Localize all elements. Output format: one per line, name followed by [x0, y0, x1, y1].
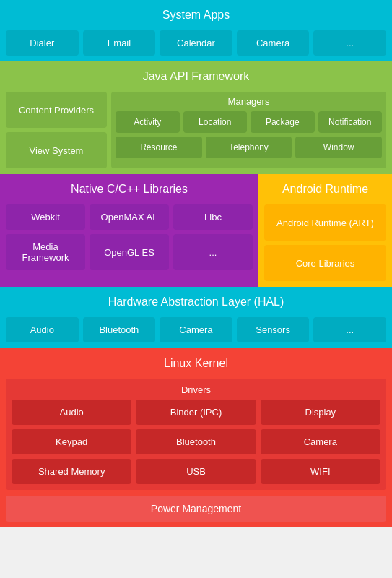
- list-item: Webkit: [6, 204, 85, 230]
- list-item: Display: [261, 400, 380, 425]
- list-item: Camera: [261, 429, 380, 454]
- list-item: Bluetooth: [83, 317, 156, 342]
- android-runtime-layer: Android Runtime Android Runtime (ART) Co…: [258, 174, 392, 287]
- drivers-grid-row3: Shared Memory USB WIFI: [12, 459, 380, 484]
- native-grid-row2: Media Framework OpenGL ES ...: [6, 234, 253, 270]
- java-api-inner: Content Providers View System Managers A…: [6, 92, 386, 168]
- native-runtime-section: Native C/C++ Libraries Webkit OpenMAX AL…: [0, 174, 392, 287]
- managers-panel: Managers Activity Location Package Notif…: [111, 92, 386, 168]
- list-item: Package: [251, 111, 315, 133]
- list-item: OpenMAX AL: [90, 204, 169, 230]
- runtime-inner: Android Runtime (ART) Core Libraries: [264, 204, 386, 281]
- list-item: Location: [183, 111, 248, 133]
- list-item: Window: [295, 137, 382, 158]
- view-system-cell: View System: [6, 132, 107, 168]
- list-item: Keypad: [12, 429, 131, 454]
- content-providers-cell: Content Providers: [6, 92, 107, 128]
- list-item: ...: [313, 30, 386, 56]
- list-item: Binder (IPC): [136, 400, 256, 425]
- list-item: Media Framework: [6, 234, 85, 270]
- list-item: Shared Memory: [12, 459, 131, 484]
- art-cell: Android Runtime (ART): [264, 204, 386, 241]
- list-item: Bluetooth: [136, 429, 256, 454]
- java-api-layer: Java API Framework Content Providers Vie…: [0, 61, 392, 174]
- linux-kernel-layer: Linux Kernel Drivers Audio Binder (IPC) …: [0, 348, 392, 527]
- linux-inner: Drivers Audio Binder (IPC) Display Keypa…: [6, 379, 386, 490]
- list-item: OpenGL ES: [90, 234, 169, 270]
- list-item: Resource: [116, 137, 202, 158]
- list-item: Audio: [12, 400, 131, 425]
- power-management-bar: Power Management: [6, 496, 386, 522]
- drivers-grid-row1: Audio Binder (IPC) Display: [12, 400, 380, 425]
- native-cpp-layer: Native C/C++ Libraries Webkit OpenMAX AL…: [0, 174, 258, 287]
- list-item: Notification: [318, 111, 383, 133]
- list-item: Telephony: [206, 137, 292, 158]
- list-item: WIFI: [261, 459, 380, 484]
- java-api-left: Content Providers View System: [6, 92, 107, 168]
- list-item: Email: [83, 30, 156, 56]
- list-item: Activity: [116, 111, 180, 133]
- managers-grid-row2: Resource Telephony Window: [116, 137, 382, 158]
- drivers-grid-row2: Keypad Bluetooth Camera: [12, 429, 380, 454]
- hal-layer: Hardware Abstraction Layer (HAL) Audio B…: [0, 287, 392, 348]
- drivers-title: Drivers: [12, 384, 380, 395]
- hal-title: Hardware Abstraction Layer (HAL): [6, 293, 386, 311]
- list-item: Camera: [237, 30, 310, 56]
- list-item: Dialer: [6, 30, 79, 56]
- core-libraries-cell: Core Libraries: [264, 245, 386, 281]
- system-apps-title: System Apps: [6, 6, 386, 25]
- java-api-title: Java API Framework: [6, 67, 386, 86]
- managers-grid-row1: Activity Location Package Notification: [116, 111, 382, 133]
- list-item: Calendar: [160, 30, 232, 56]
- android-runtime-title: Android Runtime: [264, 180, 386, 199]
- list-item: Camera: [160, 317, 232, 342]
- system-apps-grid: Dialer Email Calendar Camera ...: [6, 30, 386, 56]
- list-item: ...: [313, 317, 386, 342]
- list-item: Audio: [6, 317, 79, 342]
- list-item: ...: [173, 234, 253, 270]
- linux-kernel-title: Linux Kernel: [6, 354, 386, 373]
- list-item: Libc: [173, 204, 253, 230]
- list-item: USB: [136, 459, 256, 484]
- hal-grid: Audio Bluetooth Camera Sensors ...: [6, 317, 386, 342]
- managers-title: Managers: [116, 96, 382, 107]
- native-cpp-title: Native C/C++ Libraries: [6, 180, 253, 199]
- list-item: Sensors: [237, 317, 310, 342]
- system-apps-layer: System Apps Dialer Email Calendar Camera…: [0, 0, 392, 61]
- native-grid-row1: Webkit OpenMAX AL Libc: [6, 204, 253, 230]
